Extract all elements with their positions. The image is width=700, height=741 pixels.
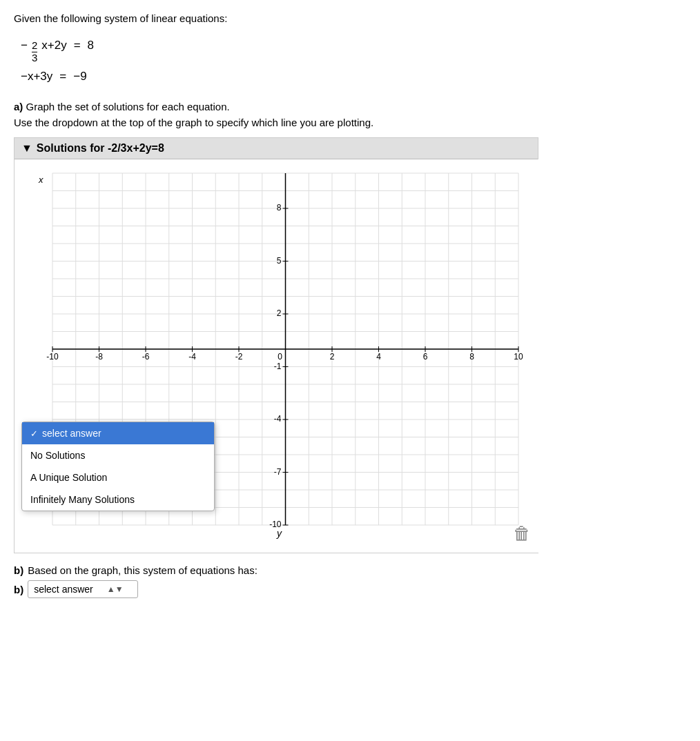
dropdown-item-no-solutions[interactable]: No Solutions [22, 444, 214, 466]
equation-1: − 2 3 x+2y = 8 [21, 34, 686, 63]
part-b-label: b) [14, 564, 23, 576]
dropdown-overlay: ✓ select answer No Solutions A Unique So… [21, 422, 215, 511]
graph-header[interactable]: ▼ Solutions for -2/3x+2y=8 [14, 138, 538, 159]
equations-block: − 2 3 x+2y = 8 −x+3y = −9 [21, 34, 686, 88]
checkmark-icon: ✓ [30, 428, 38, 439]
graph-section: ▼ Solutions for -2/3x+2y=8 ✓ select answ… [14, 137, 538, 553]
part-b-text: Based on the graph, this system of equat… [28, 564, 257, 576]
dropdown-item-unique-solution[interactable]: A Unique Solution [22, 466, 214, 488]
trash-icon[interactable]: 🗑 [513, 523, 531, 544]
dropdown-label-no-solutions: No Solutions [30, 450, 85, 461]
graph-header-title: Solutions for -2/3x+2y=8 [37, 142, 164, 155]
dropdown-item-select-answer[interactable]: ✓ select answer [22, 422, 214, 444]
part-b-section: b) Based on the graph, this system of eq… [14, 564, 686, 576]
graph-container: ✓ select answer No Solutions A Unique So… [14, 159, 539, 553]
dropdown-label-unique-solution: A Unique Solution [30, 472, 107, 483]
select-answer-b-dropdown[interactable]: select answer ▲▼ [28, 580, 138, 598]
select-arrow-b-icon: ▲▼ [107, 584, 124, 594]
equation-2: −x+3y = −9 [21, 65, 686, 88]
graph-header-arrow: ▼ [21, 142, 32, 155]
intro-text: Given the following system of linear equ… [14, 12, 686, 24]
y-axis-label: y [277, 528, 282, 539]
instructions-block: a) Graph the set of solutions for each e… [14, 99, 686, 130]
dropdown-label-select-answer: select answer [42, 428, 101, 439]
dropdown-item-infinitely-many[interactable]: Infinitely Many Solutions [22, 488, 214, 511]
dropdown-label-infinitely-many: Infinitely Many Solutions [30, 494, 135, 505]
select-answer-b-label: select answer [34, 584, 93, 595]
